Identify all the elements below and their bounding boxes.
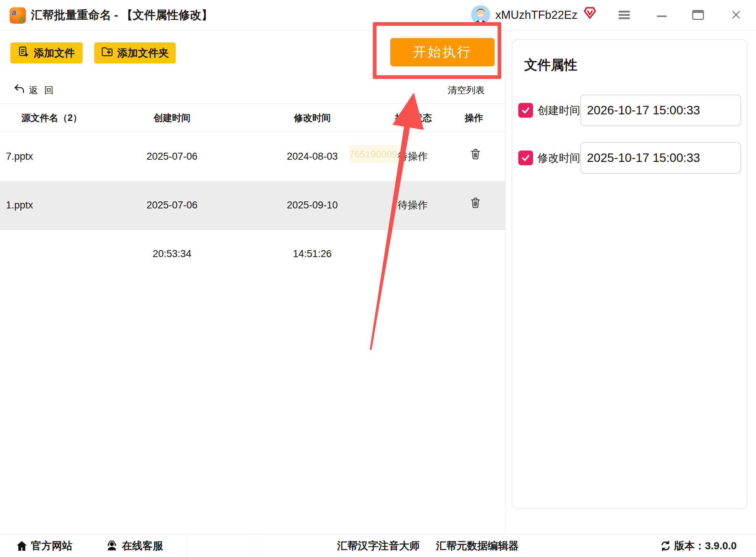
back-icon	[14, 84, 24, 96]
avatar[interactable]	[471, 5, 490, 24]
status-badge: 待操作	[387, 181, 439, 229]
file-modified-time: 2024-08-03 17:03:04	[268, 132, 357, 181]
product-link-pinyin[interactable]: 汇帮汉字注音大师	[337, 534, 420, 557]
delete-row-button[interactable]	[461, 132, 490, 181]
back-label: 返 回	[29, 84, 54, 96]
modified-time-label: 修改时间	[537, 151, 580, 165]
add-file-button[interactable]: 添加文件	[10, 42, 83, 63]
footer-separator	[256, 534, 256, 557]
add-folder-label: 添加文件夹	[117, 46, 169, 60]
table-row[interactable]: 1.pptx 2025-07-06 20:53:34 2025-09-10 14…	[0, 181, 505, 229]
created-time-label: 创建时间	[537, 103, 580, 118]
app-logo-icon: a A	[10, 7, 26, 24]
add-folder-icon	[101, 46, 113, 60]
start-button[interactable]: 开始执行	[390, 38, 495, 66]
table-bottom-divider	[0, 229, 505, 230]
created-time-checkbox[interactable]	[518, 103, 533, 118]
table-header: 源文件名（2） 创建时间 修改时间 执行状态 操作	[0, 103, 505, 132]
minimize-button[interactable]	[657, 15, 667, 17]
product-link-metadata[interactable]: 汇帮元数据编辑器	[436, 534, 519, 557]
clear-list-button[interactable]: 清空列表	[448, 83, 485, 97]
online-support-link[interactable]: 在线客服	[122, 534, 163, 557]
add-file-icon	[18, 46, 29, 60]
window-title: 汇帮批量重命名 - 【文件属性修改】	[31, 0, 213, 30]
panel-divider	[505, 31, 505, 534]
support-icon	[106, 540, 117, 551]
watermark: 765190009	[349, 145, 398, 163]
table-row[interactable]: 7.pptx 2025-07-06 20:53:35 2024-08-03 17…	[0, 132, 505, 181]
column-modified: 修改时间	[286, 104, 338, 132]
file-attributes-panel: 文件属性 创建时间 修改时间	[512, 39, 748, 509]
column-operation: 操作	[448, 104, 500, 132]
maximize-button[interactable]	[692, 10, 704, 20]
created-time-input[interactable]	[580, 94, 741, 126]
footer-separator	[187, 534, 187, 557]
add-folder-button[interactable]: 添加文件夹	[94, 42, 176, 63]
column-created: 创建时间	[146, 104, 198, 132]
version-number: 3.9.0.0	[705, 540, 737, 551]
delete-row-button[interactable]	[461, 181, 490, 229]
vip-badge-icon[interactable]	[583, 7, 597, 19]
username: xMUzhTFb22Ez	[495, 0, 577, 30]
app-window: a A 汇帮批量重命名 - 【文件属性修改】 xMUzhTFb22Ez	[0, 0, 756, 557]
back-button[interactable]: 返 回	[14, 83, 54, 97]
version-text: 版本：3.9.0.0	[674, 534, 737, 557]
file-name: 1.pptx	[6, 181, 33, 229]
close-button[interactable]	[732, 10, 740, 19]
file-modified-time: 2025-09-10 14:51:26	[268, 181, 357, 229]
update-icon	[660, 540, 671, 551]
panel-title: 文件属性	[524, 56, 577, 74]
modified-time-checkbox[interactable]	[518, 151, 533, 165]
column-source-name: 源文件名（2）	[21, 104, 82, 132]
trash-icon	[471, 132, 480, 181]
home-icon	[16, 540, 27, 551]
file-created-time: 2025-07-06 20:53:34	[128, 181, 216, 229]
official-website-link[interactable]: 官方网站	[31, 534, 72, 557]
trash-icon	[471, 181, 480, 229]
add-file-label: 添加文件	[34, 46, 75, 60]
menu-icon[interactable]	[619, 11, 630, 20]
modified-time-input[interactable]	[580, 142, 741, 174]
footer: 官方网站 在线客服 汇帮汉字注音大师 汇帮元数据编辑器 版本：3.9.0.0	[0, 534, 756, 557]
column-status: 执行状态	[388, 104, 439, 132]
file-name: 7.pptx	[6, 132, 33, 181]
version-label: 版本：	[674, 540, 705, 551]
file-created-time: 2025-07-06 20:53:35	[128, 132, 216, 181]
annotation-box: 开始执行	[373, 22, 501, 79]
